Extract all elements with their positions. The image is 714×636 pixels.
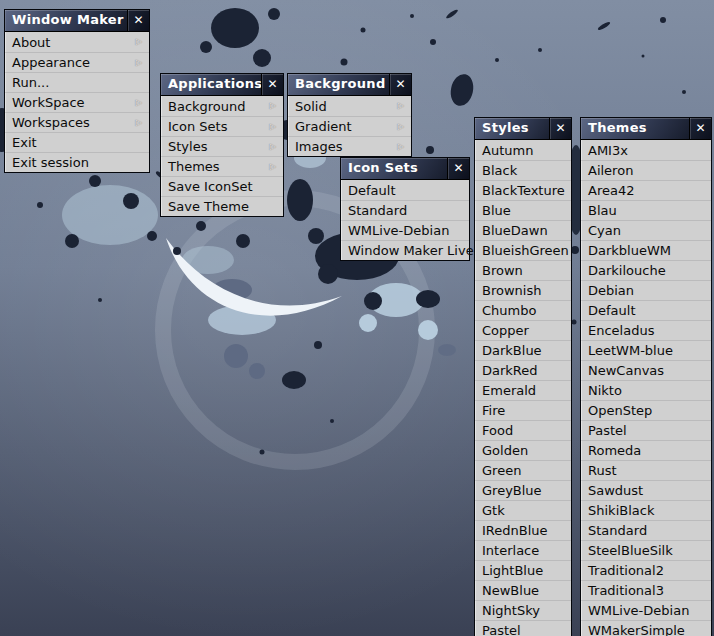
menu-item-area42[interactable]: Area42 — [581, 180, 711, 200]
window-maker-titlebar[interactable]: Window Maker ✕ — [5, 10, 149, 32]
menu-item-label: WorkSpace — [12, 95, 85, 110]
menu-item-steelbluesilk[interactable]: SteelBlueSilk — [581, 540, 711, 560]
menu-item-green[interactable]: Green — [475, 460, 571, 480]
menu-item-ami3x[interactable]: AMI3x — [581, 140, 711, 160]
menu-item-copper[interactable]: Copper — [475, 320, 571, 340]
styles-items: AutumnBlackBlackTextureBlueBlueDawnBluei… — [475, 140, 571, 636]
menu-item-exit[interactable]: Exit — [5, 132, 149, 152]
icon-sets-titlebar[interactable]: Icon Sets ✕ — [341, 158, 469, 180]
menu-item-pastel[interactable]: Pastel — [475, 620, 571, 636]
menu-item-nikto[interactable]: Nikto — [581, 380, 711, 400]
background-titlebar[interactable]: Background ✕ — [288, 74, 411, 96]
themes-items: AMI3xAileronArea42BlauCyanDarkblueWMDark… — [581, 140, 711, 636]
menu-item-background[interactable]: Background▷ — [161, 96, 283, 116]
menu-item-solid[interactable]: Solid▷ — [288, 96, 411, 116]
menu-item-sawdust[interactable]: Sawdust — [581, 480, 711, 500]
menu-item-enceladus[interactable]: Enceladus — [581, 320, 711, 340]
menu-item-workspace[interactable]: WorkSpace▷ — [5, 92, 149, 112]
menu-item-rust[interactable]: Rust — [581, 460, 711, 480]
menu-item-label: Standard — [348, 203, 407, 218]
menu-item-default[interactable]: Default — [581, 300, 711, 320]
menu-item-styles[interactable]: Styles▷ — [161, 136, 283, 156]
menu-item-brownish[interactable]: Brownish — [475, 280, 571, 300]
menu-item-blueishgreen[interactable]: BlueishGreen — [475, 240, 571, 260]
menu-item-nightsky[interactable]: NightSky — [475, 600, 571, 620]
menu-item-images[interactable]: Images▷ — [288, 136, 411, 156]
menu-item-newcanvas[interactable]: NewCanvas — [581, 360, 711, 380]
menu-item-default[interactable]: Default — [341, 180, 469, 200]
menu-item-window-maker-live[interactable]: Window Maker Live — [341, 240, 469, 260]
menu-item-darkbluewm[interactable]: DarkblueWM — [581, 240, 711, 260]
menu-item-label: Run... — [12, 75, 49, 90]
close-icon[interactable]: ✕ — [549, 118, 571, 139]
menu-item-food[interactable]: Food — [475, 420, 571, 440]
menu-item-leetwm-blue[interactable]: LeetWM-blue — [581, 340, 711, 360]
menu-item-romeda[interactable]: Romeda — [581, 440, 711, 460]
menu-item-irednblue[interactable]: IRednBlue — [475, 520, 571, 540]
applications-items: Background▷Icon Sets▷Styles▷Themes▷Save … — [161, 96, 283, 216]
menu-item-lightblue[interactable]: LightBlue — [475, 560, 571, 580]
close-icon[interactable]: ✕ — [389, 74, 411, 95]
menu-item-openstep[interactable]: OpenStep — [581, 400, 711, 420]
menu-item-brown[interactable]: Brown — [475, 260, 571, 280]
menu-item-darkblue[interactable]: DarkBlue — [475, 340, 571, 360]
menu-item-traditional3[interactable]: Traditional3 — [581, 580, 711, 600]
menu-item-blau[interactable]: Blau — [581, 200, 711, 220]
background-title: Background — [288, 74, 389, 95]
menu-item-about[interactable]: About▷ — [5, 32, 149, 52]
menu-item-icon-sets[interactable]: Icon Sets▷ — [161, 116, 283, 136]
menu-item-workspaces[interactable]: Workspaces▷ — [5, 112, 149, 132]
menu-item-appearance[interactable]: Appearance▷ — [5, 52, 149, 72]
menu-item-label: Brownish — [482, 283, 541, 298]
menu-item-emerald[interactable]: Emerald — [475, 380, 571, 400]
menu-item-standard[interactable]: Standard — [581, 520, 711, 540]
menu-item-run[interactable]: Run... — [5, 72, 149, 92]
close-icon[interactable]: ✕ — [261, 74, 283, 95]
menu-item-bluedawn[interactable]: BlueDawn — [475, 220, 571, 240]
menu-item-label: Traditional2 — [588, 563, 664, 578]
menu-item-debian[interactable]: Debian — [581, 280, 711, 300]
menu-item-label: WMLive-Debian — [588, 603, 689, 618]
menu-item-label: LeetWM-blue — [588, 343, 673, 358]
menu-item-wmakersimple[interactable]: WMakerSimple — [581, 620, 711, 636]
menu-item-label: Gtk — [482, 503, 505, 518]
menu-item-darkred[interactable]: DarkRed — [475, 360, 571, 380]
menu-item-gradient[interactable]: Gradient▷ — [288, 116, 411, 136]
menu-item-shikiblack[interactable]: ShikiBlack — [581, 500, 711, 520]
menu-item-themes[interactable]: Themes▷ — [161, 156, 283, 176]
submenu-arrow-icon: ▷ — [270, 163, 276, 171]
menu-item-exit-session[interactable]: Exit session — [5, 152, 149, 172]
menu-item-interlace[interactable]: Interlace — [475, 540, 571, 560]
menu-item-standard[interactable]: Standard — [341, 200, 469, 220]
menu-item-gtk[interactable]: Gtk — [475, 500, 571, 520]
menu-item-newblue[interactable]: NewBlue — [475, 580, 571, 600]
menu-item-pastel[interactable]: Pastel — [581, 420, 711, 440]
close-icon[interactable]: ✕ — [689, 118, 711, 139]
menu-item-blue[interactable]: Blue — [475, 200, 571, 220]
menu-item-traditional2[interactable]: Traditional2 — [581, 560, 711, 580]
menu-item-save-iconset[interactable]: Save IconSet — [161, 176, 283, 196]
close-icon[interactable]: ✕ — [447, 158, 469, 179]
menu-item-label: Green — [482, 463, 521, 478]
submenu-arrow-icon: ▷ — [136, 119, 142, 127]
menu-item-wmlive-debian[interactable]: WMLive-Debian — [341, 220, 469, 240]
menu-item-autumn[interactable]: Autumn — [475, 140, 571, 160]
styles-title: Styles — [475, 118, 549, 139]
icon-sets-items: DefaultStandardWMLive-DebianWindow Maker… — [341, 180, 469, 260]
applications-titlebar[interactable]: Applications ✕ — [161, 74, 283, 96]
menu-item-wmlive-debian[interactable]: WMLive-Debian — [581, 600, 711, 620]
menu-item-cyan[interactable]: Cyan — [581, 220, 711, 240]
menu-item-blacktexture[interactable]: BlackTexture — [475, 180, 571, 200]
menu-item-greyblue[interactable]: GreyBlue — [475, 480, 571, 500]
menu-item-aileron[interactable]: Aileron — [581, 160, 711, 180]
menu-item-fire[interactable]: Fire — [475, 400, 571, 420]
menu-item-golden[interactable]: Golden — [475, 440, 571, 460]
themes-titlebar[interactable]: Themes ✕ — [581, 118, 711, 140]
styles-titlebar[interactable]: Styles ✕ — [475, 118, 571, 140]
submenu-arrow-icon: ▷ — [136, 99, 142, 107]
menu-item-darkilouche[interactable]: Darkilouche — [581, 260, 711, 280]
menu-item-black[interactable]: Black — [475, 160, 571, 180]
close-icon[interactable]: ✕ — [127, 10, 149, 31]
menu-item-chumbo[interactable]: Chumbo — [475, 300, 571, 320]
menu-item-save-theme[interactable]: Save Theme — [161, 196, 283, 216]
